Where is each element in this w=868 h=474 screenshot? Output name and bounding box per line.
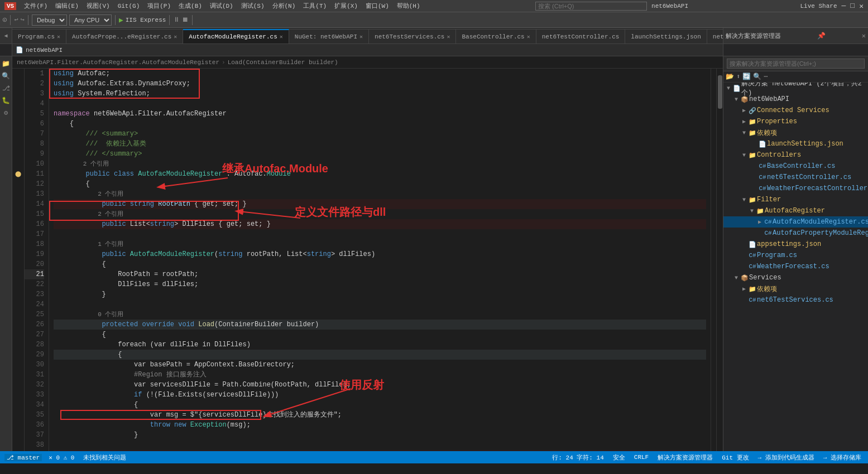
tree-item-services-project[interactable]: ▼ 📦 Services [723,272,868,283]
status-no-ref[interactable]: 未找到相关问题 [81,453,128,462]
toolbar-btn-pause[interactable]: ⏸ [173,16,180,24]
scrollbar-track[interactable] [716,69,723,451]
menu-help[interactable]: 帮助(H) [394,2,424,10]
tab-indicator: ◀ [4,32,7,39]
sidebar-pin-icon[interactable]: 📌 [817,32,826,40]
toolbar-btn-stop[interactable]: ⏹ [182,16,189,24]
tab-autofac-module[interactable]: AutofacModuleRegister.cs ✕ [183,29,289,43]
margin-14 [12,109,24,119]
sidebar-search-input[interactable] [727,59,865,69]
activity-git[interactable]: ⎇ [1,83,11,93]
activity-search[interactable]: 🔍 [1,71,11,81]
menu-git[interactable]: Git(G) [114,3,143,9]
tab-close-icon[interactable]: ✕ [527,33,530,40]
activity-explorer[interactable]: 📁 [1,59,11,69]
toolbar-icon-1: ⊙ [2,15,7,25]
tab-autofac-prope[interactable]: AutofacPrope...eRegister.cs ✕ [66,29,183,43]
tree-item-solution[interactable]: ▼ 📄 解决方案'net6WebAPI'(2个项目，共2个) [723,83,868,94]
tree-label-autofac-module: AutofacModuleRegister.cs [773,218,868,226]
ln-18: 18 [25,239,44,249]
sidebar-toolbar-btn4[interactable]: 🔍 [753,72,761,81]
tree-item-deps[interactable]: ▼ 📁 依赖项 [723,127,868,138]
menu-extensions[interactable]: 扩展(X) [331,2,361,10]
tree-item-program-cs[interactable]: C# Program.cs [723,250,868,261]
status-errors[interactable]: ✕ 0 ⚠ 0 [46,454,76,461]
scrollbar-thumb[interactable] [718,75,722,109]
margin-indicator-41: ⬤ [12,169,24,179]
menu-view[interactable]: 视图(V) [83,2,113,10]
toolbar-redo[interactable]: ↪ [21,16,25,24]
live-share-btn[interactable]: Live Share [800,3,837,9]
ln-3: 3 [25,89,44,99]
ln-12: 12 [25,179,44,189]
tree-item-weather-forecast[interactable]: C# WeatherForecast.cs [723,261,868,272]
menu-analyze[interactable]: 分析(N) [269,2,299,10]
tab-launch-settings[interactable]: launchSettings.json [625,29,707,43]
tree-item-autofac-property-cs[interactable]: C# AutofacPropertyModuleRegister.cs [723,228,868,239]
tree-item-autofac-register[interactable]: ▼ 📁 AutofacRegister [723,205,868,216]
status-line-ending[interactable]: CRLF [632,454,651,461]
menu-tools[interactable]: 工具(T) [300,2,330,10]
maximize-btn[interactable]: □ [850,2,855,10]
sidebar-tool-bar [723,44,868,56]
tree-item-controllers[interactable]: ▼ 📁 Controllers [723,149,868,161]
platform-select[interactable]: Any CPU [69,14,112,26]
tab-nuget[interactable]: NuGet: net6WebAPI ✕ [289,29,369,43]
tab-test-controller[interactable]: net6TestController.cs [536,29,626,43]
toolbar-undo[interactable]: ↩ [14,16,18,24]
minimize-btn[interactable]: — [842,2,846,10]
sidebar-toolbar-btn1[interactable]: 📂 [726,72,734,81]
tree-item-base-controller[interactable]: C# BaseController.cs [723,161,868,172]
status-solution-explorer-label[interactable]: 解决方案资源管理器 [655,453,715,462]
status-git-changes[interactable]: Git 更改 [720,453,751,462]
tab-close-icon[interactable]: ✕ [174,33,177,40]
title-bar-left: VS 文件(F) 编辑(E) 视图(V) Git(G) 项目(P) 生成(B) … [4,2,424,10]
menu-project[interactable]: 项目(P) [144,2,174,10]
tree-icon-cs-2: C# [758,174,767,181]
activity-debug[interactable]: 🐛 [1,95,11,105]
status-cursor[interactable]: 行: 24 字符: 14 [550,453,606,462]
status-encoding[interactable]: 安全 [611,453,627,462]
menu-edit[interactable]: 编辑(E) [52,2,82,10]
tree-item-weather-controller[interactable]: C# WeatherForecastController.cs [723,183,868,194]
tree-item-connected-services[interactable]: ▶ 🔗 Connected Services [723,105,868,116]
menu-build[interactable]: 生成(B) [175,2,205,10]
menu-file[interactable]: 文件(F) [21,2,51,10]
sidebar-toolbar-btn2[interactable]: ⬆ [736,72,740,81]
tree-item-launch-settings[interactable]: 📄 launchSettings.json [723,138,868,149]
tab-base-controller[interactable]: BaseController.cs ✕ [456,29,536,43]
status-git-branch[interactable]: ⎇ master [4,454,42,461]
sidebar-toolbar-btn5[interactable]: ⋯ [764,72,768,81]
tab-close-icon[interactable]: ✕ [280,33,283,40]
code-line-29: { [54,400,706,410]
sidebar-close-icon[interactable]: ✕ [862,32,866,40]
sidebar-toolbar: 📂 ⬆ 🔄 🔍 ⋯ [723,71,868,83]
close-btn[interactable]: ✕ [859,2,864,11]
tree-item-test-controller[interactable]: C# net6TestController.cs [723,172,868,183]
tab-program-cs[interactable]: Program.cs ✕ [12,29,66,43]
ln-2: 2 [25,79,44,89]
run-btn[interactable]: ▶ [119,16,123,25]
activity-settings[interactable]: ⚙ [1,108,11,118]
search-input[interactable] [535,2,647,11]
code-content[interactable]: using Autofac; using Autofac.Extras.Dyna… [49,69,711,451]
tab-close-icon[interactable]: ✕ [57,33,60,40]
tree-item-services-deps[interactable]: ▶ 📁 依赖项 [723,283,868,294]
menu-test[interactable]: 测试(S) [238,2,268,10]
tab-test-services[interactable]: net6TestServices.cs ✕ [369,29,456,43]
menu-debug[interactable]: 调试(D) [207,2,237,10]
tab-close-icon[interactable]: ✕ [359,33,363,40]
menu-bar[interactable]: 文件(F) 编辑(E) 视图(V) Git(G) 项目(P) 生成(B) 调试(… [21,2,423,10]
sidebar-toolbar-btn3[interactable]: 🔄 [742,72,751,81]
debug-mode-select[interactable]: Debug [32,14,67,26]
tree-item-properties[interactable]: ▶ 📁 Properties [723,116,868,127]
menu-window[interactable]: 窗口(W) [362,2,392,10]
tree-item-appsettings[interactable]: 📄 appsettings.json [723,239,868,250]
tree-item-test-services-cs[interactable]: C# net6TestServices.cs [723,294,868,306]
tree-item-autofac-module-cs[interactable]: ▶ C# AutofacModuleRegister.cs [723,216,868,228]
status-add-codegen[interactable]: → 添加到代码生成器 [756,453,817,462]
tab-overview[interactable]: net6WebAPI: 概述 [707,29,723,43]
tab-close-icon[interactable]: ✕ [447,33,450,40]
status-select-repo[interactable]: → 选择存储库 [821,453,864,462]
tree-item-filter[interactable]: ▼ 📁 Filter [723,194,868,205]
